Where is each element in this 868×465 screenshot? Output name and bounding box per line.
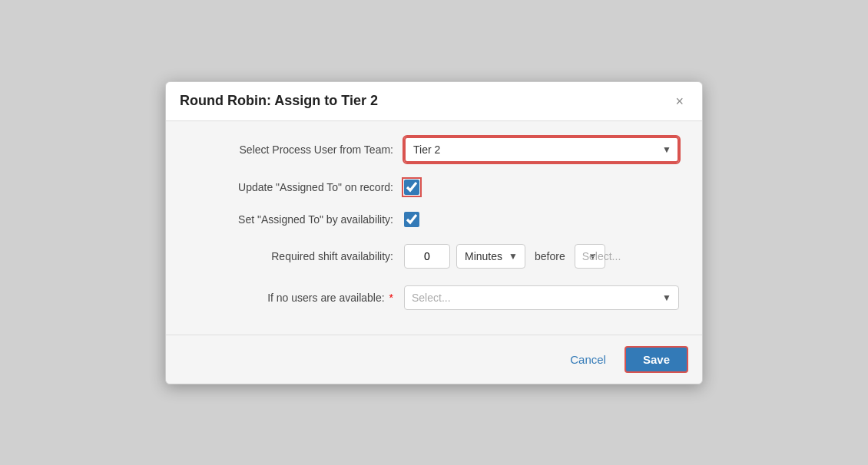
dialog-body: Select Process User from Team: Tier 2 Ti…: [166, 121, 702, 335]
cancel-button[interactable]: Cancel: [559, 348, 617, 371]
assigned-to-checkbox-wrapper: [404, 180, 419, 195]
save-button[interactable]: Save: [624, 346, 688, 373]
assigned-to-label: Update "Assigned To" on record:: [189, 181, 404, 193]
shift-unit-select[interactable]: Minutes Hours Days: [456, 244, 525, 269]
team-select[interactable]: Tier 2 Tier 1 Tier 3: [404, 137, 679, 163]
availability-row: Set "Assigned To" by availability:: [189, 212, 679, 227]
shift-value-input[interactable]: 0: [404, 244, 450, 269]
dialog-footer: Cancel Save: [166, 335, 702, 384]
availability-checkbox-wrapper: [404, 212, 419, 227]
assigned-to-row: Update "Assigned To" on record:: [189, 180, 679, 195]
shift-label: Required shift availability:: [189, 250, 404, 262]
close-button[interactable]: ×: [671, 93, 688, 110]
shift-unit-wrapper: Minutes Hours Days ▼: [456, 244, 525, 269]
round-robin-dialog: Round Robin: Assign to Tier 2 × Select P…: [165, 81, 703, 384]
no-users-label: If no users are available: *: [189, 292, 404, 304]
team-label: Select Process User from Team:: [189, 143, 404, 156]
availability-label: Set "Assigned To" by availability:: [189, 213, 404, 226]
no-users-select[interactable]: [404, 285, 679, 310]
team-select-wrapper: Tier 2 Tier 1 Tier 3 ▼: [404, 137, 679, 163]
dialog-header: Round Robin: Assign to Tier 2 ×: [166, 82, 702, 121]
availability-checkbox[interactable]: [404, 212, 419, 227]
shift-row: Required shift availability: 0 Minutes H…: [189, 244, 679, 269]
no-users-select-wrapper: ▼ Select...: [404, 285, 679, 310]
required-star: *: [389, 292, 393, 304]
no-users-row: If no users are available: * ▼ Select...: [189, 285, 679, 310]
shift-controls: 0 Minutes Hours Days ▼ before ▼ Select..…: [404, 244, 605, 269]
shift-end-wrapper: ▼ Select...: [575, 244, 605, 269]
assigned-to-checkbox[interactable]: [404, 180, 419, 195]
before-label: before: [532, 250, 568, 262]
dialog-title: Round Robin: Assign to Tier 2: [180, 93, 378, 109]
team-row: Select Process User from Team: Tier 2 Ti…: [189, 137, 679, 163]
shift-end-select[interactable]: [575, 244, 605, 269]
